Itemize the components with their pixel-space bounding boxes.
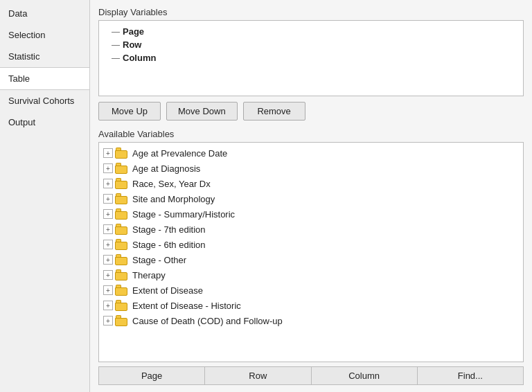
tree-text-row: Row — [123, 39, 141, 50]
expand-icon[interactable]: + — [103, 209, 113, 219]
tree-text-column: Column — [123, 53, 156, 63]
expand-icon[interactable]: + — [103, 194, 113, 204]
expand-icon[interactable]: + — [103, 285, 113, 295]
expand-icon[interactable]: + — [103, 316, 113, 326]
available-item-label: Site and Morphology — [132, 194, 215, 204]
move-down-button[interactable]: Move Down — [166, 102, 238, 121]
folder-icon — [115, 254, 129, 265]
find-button[interactable]: Find... — [418, 367, 523, 384]
expand-icon[interactable]: + — [103, 255, 113, 265]
column-button[interactable]: Column — [312, 367, 418, 384]
folder-icon — [115, 163, 129, 174]
tree-line-row: — — [112, 40, 120, 50]
available-item[interactable]: +Race, Sex, Year Dx — [99, 176, 523, 191]
available-item-label: Cause of Death (COD) and Follow-up — [132, 316, 283, 326]
sidebar-item-table[interactable]: Table — [0, 67, 89, 90]
sidebar-item-data[interactable]: Data — [0, 3, 89, 24]
available-item[interactable]: +Stage - Summary/Historic — [99, 206, 523, 222]
folder-icon — [115, 148, 129, 159]
available-item[interactable]: +Stage - Other — [99, 252, 523, 267]
row-button[interactable]: Row — [205, 367, 311, 384]
display-variables-label: Display Variables — [98, 7, 524, 17]
available-item[interactable]: +Therapy — [99, 267, 523, 283]
expand-icon[interactable]: + — [103, 224, 113, 234]
folder-icon — [115, 239, 129, 250]
tree-item-row[interactable]: — Row — [105, 38, 517, 51]
display-variables-box: — Page — Row — Column — [98, 20, 524, 96]
sidebar-item-statistic[interactable]: Statistic — [0, 46, 89, 67]
folder-icon — [115, 208, 129, 220]
tree-text-page: Page — [123, 26, 144, 37]
sidebar-item-survival-cohorts[interactable]: Survival Cohorts — [0, 90, 89, 112]
expand-icon[interactable]: + — [103, 301, 113, 310]
available-item-label: Stage - Other — [132, 255, 186, 265]
available-item-label: Therapy — [132, 270, 166, 280]
folder-icon — [115, 224, 129, 235]
tree-line-page: — — [112, 27, 120, 37]
available-item[interactable]: +Cause of Death (COD) and Follow-up — [99, 313, 523, 328]
folder-icon — [115, 315, 129, 326]
available-item-label: Race, Sex, Year Dx — [132, 179, 211, 189]
folder-icon — [115, 285, 129, 296]
expand-icon[interactable]: + — [103, 163, 113, 173]
available-variables-box: +Age at Prevalence Date+Age at Diagnosis… — [98, 142, 524, 362]
tree-item-column[interactable]: — Column — [105, 51, 517, 64]
available-item[interactable]: +Site and Morphology — [99, 191, 523, 206]
available-item[interactable]: +Stage - 6th edition — [99, 237, 523, 252]
action-buttons-row: Move Up Move Down Remove — [98, 102, 524, 121]
available-item-label: Stage - 6th edition — [132, 240, 206, 250]
move-up-button[interactable]: Move Up — [98, 102, 161, 121]
remove-button[interactable]: Remove — [243, 102, 305, 121]
available-item-label: Age at Diagnosis — [132, 163, 200, 174]
available-item[interactable]: +Age at Prevalence Date — [99, 145, 523, 161]
folder-icon — [115, 178, 129, 189]
page-button[interactable]: Page — [99, 367, 205, 384]
expand-icon[interactable]: + — [103, 179, 113, 188]
available-item[interactable]: +Stage - 7th edition — [99, 222, 523, 237]
sidebar: Data Selection Statistic Table Survival … — [0, 0, 90, 392]
available-variables-list[interactable]: +Age at Prevalence Date+Age at Diagnosis… — [99, 143, 523, 362]
available-item-label: Age at Prevalence Date — [132, 148, 227, 159]
main-panel: Display Variables — Page — Row — Column … — [90, 0, 532, 392]
folder-icon — [115, 193, 129, 204]
expand-icon[interactable]: + — [103, 148, 113, 158]
folder-icon — [115, 300, 129, 311]
tree-line-column: — — [112, 53, 120, 63]
sidebar-item-selection[interactable]: Selection — [0, 24, 89, 46]
available-item-label: Extent of Disease - Historic — [132, 301, 241, 311]
available-item-label: Stage - 7th edition — [132, 224, 206, 235]
available-item[interactable]: +Extent of Disease - Historic — [99, 298, 523, 313]
available-variables-label: Available Variables — [98, 129, 524, 139]
available-item[interactable]: +Extent of Disease — [99, 283, 523, 298]
available-item[interactable]: +Age at Diagnosis — [99, 161, 523, 176]
expand-icon[interactable]: + — [103, 270, 113, 280]
bottom-buttons-row: Page Row Column Find... — [98, 366, 524, 385]
available-item-label: Extent of Disease — [132, 285, 203, 296]
tree-item-page[interactable]: — Page — [105, 25, 517, 38]
expand-icon[interactable]: + — [103, 240, 113, 249]
folder-icon — [115, 269, 129, 280]
sidebar-item-output[interactable]: Output — [0, 112, 89, 133]
available-item-label: Stage - Summary/Historic — [132, 209, 235, 220]
